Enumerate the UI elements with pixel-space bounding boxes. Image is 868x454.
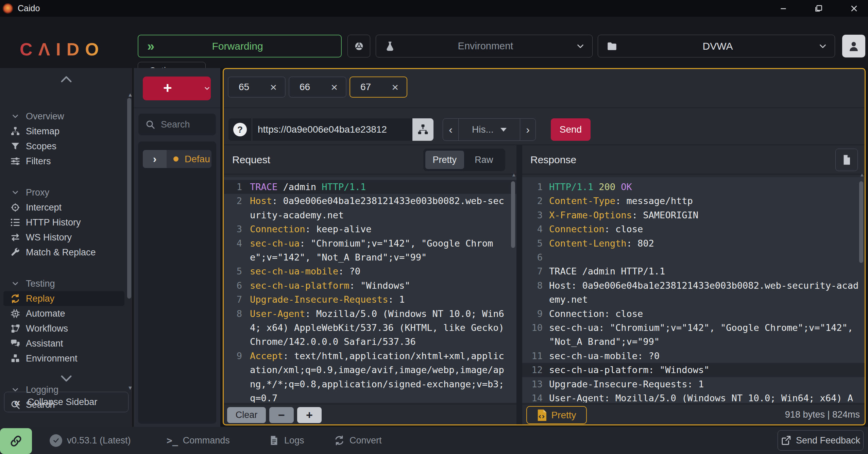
sidebar-section-overview[interactable]: Overview: [0, 109, 128, 124]
code-line: 11sec-ch-ua-mobile: ?0: [522, 349, 865, 363]
session-tab[interactable]: 67×: [350, 77, 407, 98]
tab-close-icon[interactable]: ×: [331, 81, 338, 93]
version-status[interactable]: v0.53.1 (Latest): [50, 427, 131, 454]
close-button[interactable]: [846, 1, 862, 16]
line-content: Content-Type: message/http: [549, 194, 861, 208]
user-account-button[interactable]: [842, 35, 865, 57]
sidebar-item-environment[interactable]: Environment: [0, 351, 128, 366]
sidebar-section-proxy[interactable]: Proxy: [0, 185, 128, 200]
url-input[interactable]: [258, 124, 412, 135]
response-title: Response: [530, 154, 576, 166]
terminal-icon: >_: [167, 435, 178, 446]
sidebar-scroll-down[interactable]: [0, 374, 132, 383]
code-line: 3Connection: keep-alive: [224, 222, 516, 236]
response-editor[interactable]: 1HTTP/1.1 200 OK2Content-Type: message/h…: [522, 177, 865, 403]
sidebar-scroll-up[interactable]: [0, 75, 132, 84]
pane-splitter[interactable]: [516, 145, 522, 424]
code-line: 7Upgrade-Insecure-Requests: 1: [224, 292, 516, 306]
share-link-button[interactable]: [0, 428, 32, 454]
request-title: Request: [232, 154, 270, 166]
chevron-down-icon: [818, 41, 828, 51]
commands-button[interactable]: >_ Commands: [167, 427, 230, 454]
connection-settings-button[interactable]: [412, 118, 433, 141]
session-tab[interactable]: 65×: [228, 77, 286, 98]
response-scrollbar[interactable]: ▲: [859, 179, 863, 363]
chevron-down-icon: [9, 279, 22, 288]
url-bar[interactable]: ?: [228, 118, 412, 141]
line-content: Host: 0a9e006e04ba1e238121433e003b0082.w…: [250, 194, 506, 222]
session-search-input[interactable]: [161, 119, 212, 130]
project-dropdown[interactable]: DVWA: [598, 35, 835, 57]
line-number: 1: [224, 180, 242, 194]
line-number: 4: [522, 222, 543, 236]
sidebar-item-workflows[interactable]: Workflows: [0, 321, 128, 336]
chevron-down-icon: [9, 112, 22, 121]
browser-button[interactable]: [347, 35, 370, 57]
convert-button[interactable]: Convert: [334, 427, 382, 454]
request-editor[interactable]: 1TRACE /admin HTTP/1.12Host: 0a9e006e04b…: [224, 177, 516, 403]
double-chevron-right-icon: »: [147, 40, 154, 53]
logs-button[interactable]: Logs: [269, 427, 304, 454]
collection-dot-icon: [173, 156, 178, 162]
session-collection-row[interactable]: › Defau: [143, 150, 211, 168]
history-forward-button[interactable]: ›: [520, 119, 535, 140]
collection-label: Defau: [185, 154, 210, 165]
raw-tab[interactable]: Raw: [465, 151, 504, 169]
sidebar-item-replay[interactable]: Replay: [3, 291, 124, 306]
request-scrollbar[interactable]: ▲: [511, 179, 515, 363]
external-link-icon: [781, 435, 791, 445]
line-number: 9: [224, 349, 242, 363]
sidebar-item-sitemap[interactable]: Sitemap: [0, 124, 128, 139]
copy-response-button[interactable]: [835, 149, 858, 171]
sidebar-item-match-replace[interactable]: Match & Replace: [0, 245, 128, 260]
session-tab[interactable]: 66×: [289, 77, 346, 98]
history-back-button[interactable]: ‹: [443, 119, 459, 140]
collapse-sidebar-button[interactable]: « Collapse Sidebar: [4, 392, 129, 412]
code-line: 3X-Frame-Options: SAMEORIGIN: [522, 208, 865, 222]
history-dropdown[interactable]: His...: [459, 119, 520, 140]
line-number: 6: [224, 279, 242, 292]
caido-app: Caido CΛIDO » Forwarding Options: [0, 0, 868, 454]
tab-close-icon[interactable]: ×: [270, 81, 277, 93]
new-session-button[interactable]: +: [143, 77, 211, 100]
help-question-icon[interactable]: ?: [233, 123, 247, 136]
decrease-font-button[interactable]: −: [269, 407, 294, 423]
send-button[interactable]: Send: [551, 118, 591, 141]
search-icon: [145, 119, 155, 130]
environment-value: Environment: [396, 40, 575, 52]
increase-font-button[interactable]: +: [297, 407, 322, 423]
line-number: 11: [522, 349, 543, 363]
line-content: Connection: keep-alive: [250, 222, 506, 236]
code-line: 12sec-ch-ua-platform: "Windows": [522, 363, 865, 377]
sidebar-item-intercept[interactable]: Intercept: [0, 200, 128, 215]
code-line: 9Connection: close: [522, 307, 865, 321]
sidebar-item-scopes[interactable]: Scopes: [0, 139, 128, 154]
environment-dropdown[interactable]: Environment: [376, 35, 593, 57]
sidebar-item-assistant[interactable]: Assistant: [0, 336, 128, 351]
forwarding-button[interactable]: » Forwarding: [138, 35, 342, 57]
tab-close-icon[interactable]: ×: [392, 81, 398, 93]
sidebar-section-testing[interactable]: Testing: [0, 276, 128, 291]
sidebar-item-filters[interactable]: Filters: [0, 154, 128, 169]
send-feedback-button[interactable]: Send Feedback: [778, 430, 864, 451]
code-line: 13Upgrade-Insecure-Requests: 1: [522, 377, 865, 391]
response-pretty-button[interactable]: Pretty: [526, 406, 587, 424]
session-search[interactable]: [138, 114, 216, 135]
folder-icon: [606, 40, 618, 52]
code-line: 1HTTP/1.1 200 OK: [522, 180, 865, 194]
sidebar-item-automate[interactable]: Automate: [0, 306, 128, 321]
sidebar-item-ws-history[interactable]: WS History: [0, 230, 128, 245]
expand-chevron-icon[interactable]: ›: [143, 150, 167, 168]
line-content: Content-Length: 802: [549, 236, 861, 250]
replay-panel: 65×66×67× ? ‹ His... › Send Request: [223, 68, 866, 425]
response-header: Response: [522, 145, 865, 174]
pretty-tab[interactable]: Pretty: [425, 151, 464, 169]
sitemap-icon: [417, 123, 429, 136]
maximize-button[interactable]: [811, 1, 827, 16]
minimize-button[interactable]: [776, 1, 791, 16]
sidebar-item-http-history[interactable]: HTTP History: [0, 215, 128, 230]
sidebar-scrollbar[interactable]: ▲ ▼: [127, 92, 131, 411]
line-number: 8: [522, 279, 543, 292]
exchange-arrows-icon: [9, 232, 22, 242]
clear-button[interactable]: Clear: [227, 407, 266, 423]
